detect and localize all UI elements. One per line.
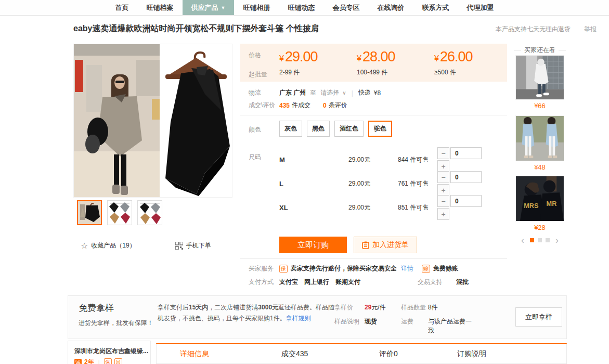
moq-tier-3: ≥500 件 <box>434 68 512 79</box>
deal-count[interactable]: 435 <box>279 102 290 109</box>
plus-button[interactable]: + <box>437 184 449 196</box>
trade-support-value: 混批 <box>456 278 469 287</box>
service-detail-link[interactable]: 详情 <box>401 264 413 273</box>
divider: | <box>352 89 353 97</box>
related-title: 买家还在看 <box>524 46 555 55</box>
size-row-m: M 29.00元 844 件可售 − + <box>279 147 507 172</box>
next-arrow-icon[interactable]: › <box>553 238 561 243</box>
minus-button[interactable]: − <box>437 171 449 183</box>
color-option-black[interactable]: 黑色 <box>307 121 330 137</box>
sample-rule-link[interactable]: 拿样规则 <box>286 315 311 322</box>
divider <box>240 258 507 259</box>
related-price: ¥28 <box>515 224 564 231</box>
chevron-down-icon[interactable]: ∨ <box>342 90 346 96</box>
payment-credit-term: 账期支付 <box>335 278 360 287</box>
sample-qty-label: 样品数量 <box>401 303 428 312</box>
deal-suffix: 件成交 <box>292 101 310 110</box>
size-price: 29.00元 <box>348 203 398 212</box>
size-label: 尺码 <box>249 153 279 162</box>
nav-contact[interactable]: 联系方式 <box>413 0 458 15</box>
quantity-stepper: − + <box>437 171 507 196</box>
thumbnail-strip <box>77 200 162 225</box>
mobile-order-button[interactable]: 手机下单 <box>175 241 211 250</box>
related-product-3[interactable]: MRS MR ¥28 <box>515 176 564 231</box>
tab-detail-info[interactable]: 详细信息 <box>180 349 209 359</box>
sample-info-right: 样品数量 8件 运费 与该产品运费一致 <box>401 303 476 340</box>
logistics-origin: 广东 广州 <box>279 88 306 97</box>
prev-arrow-icon[interactable]: ‹ <box>519 238 526 243</box>
seller-name-link[interactable]: 深圳市龙岗区布吉鑫银缘... <box>74 347 148 356</box>
integrity-badge-icon: 诚 <box>74 359 82 364</box>
thumbnail-3[interactable] <box>137 200 162 225</box>
page-dot-3[interactable] <box>546 238 550 242</box>
size-row-xl: XL 29.00元 851 件可售 − + <box>279 195 507 220</box>
minus-button[interactable]: − <box>437 195 449 207</box>
report-link[interactable]: 举报 <box>584 25 597 34</box>
svg-text:MR: MR <box>547 200 557 207</box>
clipboard-icon <box>362 241 369 249</box>
poncho-photo <box>74 44 232 197</box>
main-product-image[interactable] <box>73 44 232 198</box>
color-swatches: 灰色 黑色 酒红色 驼色 <box>279 121 392 137</box>
destination-select[interactable]: 请选择 <box>320 88 339 97</box>
plus-button[interactable]: + <box>437 160 449 172</box>
size-row-l: L 29.00元 761 件可售 − + <box>279 171 507 196</box>
nav-shop-album[interactable]: 旺铺相册 <box>234 0 279 15</box>
related-product-2[interactable]: ¥48 <box>515 115 564 171</box>
divider <box>559 50 566 50</box>
sample-title: 免费拿样 <box>79 302 114 314</box>
sample-ship-label: 运费 <box>401 317 428 335</box>
quantity-input[interactable] <box>450 171 482 183</box>
get-sample-button[interactable]: 立即拿样 <box>515 307 562 327</box>
top-nav: 首页 旺铺档案 供应产品 ▼ 旺铺相册 旺铺动态 会员专区 在线询价 联系方式 … <box>0 0 609 16</box>
nav-online-inquiry[interactable]: 在线询价 <box>368 0 413 15</box>
nav-member-zone[interactable]: 会员专区 <box>323 0 368 15</box>
plus-button[interactable]: + <box>437 208 449 220</box>
sample-subtitle: 进货先拿样，批发有保障！ <box>79 319 153 328</box>
minus-button[interactable]: − <box>437 147 449 159</box>
size-stock: 844 件可售 <box>398 155 437 164</box>
nav-products[interactable]: 供应产品 ▼ <box>183 0 235 15</box>
logistics-label: 物流 <box>249 88 279 97</box>
favorite-button[interactable]: ☆ 收藏产品（19） <box>81 241 136 251</box>
favorite-label: 收藏产品（19） <box>91 241 135 250</box>
page-dot-1[interactable] <box>530 238 534 242</box>
thumbnail-2[interactable] <box>107 200 132 225</box>
trade-support-label: 交易支持 <box>418 278 443 287</box>
quantity-input[interactable] <box>450 195 482 207</box>
color-option-gray[interactable]: 灰色 <box>279 121 302 137</box>
order-now-button[interactable]: 立即订购 <box>279 237 347 253</box>
color-option-winered[interactable]: 酒红色 <box>334 121 364 137</box>
related-product-image: MRS MR <box>515 176 564 222</box>
nav-home[interactable]: 首页 <box>107 0 138 15</box>
product-gallery: ☆ 收藏产品（19） 手机下单 <box>73 44 232 198</box>
page-dot-2[interactable] <box>538 238 542 242</box>
buyer-service-label: 买家服务 <box>249 264 279 273</box>
star-icon: ☆ <box>81 241 88 251</box>
nav-shop-news[interactable]: 旺铺动态 <box>279 0 323 15</box>
nav-agency[interactable]: 代理加盟 <box>458 0 502 15</box>
color-label: 颜色 <box>249 121 279 134</box>
payment-label: 支付方式 <box>249 278 279 287</box>
sample-qty-value: 8件 <box>428 303 438 312</box>
guarantee-shield-icon: 保 <box>279 265 288 273</box>
tab-order-notes[interactable]: 订购说明 <box>457 349 486 359</box>
review-count[interactable]: 0 <box>323 102 327 109</box>
nav-shop-archive[interactable]: 旺铺档案 <box>138 0 183 15</box>
sample-desc-value: 现货 <box>365 317 377 326</box>
price-tier-2: ¥28.00 <box>357 49 434 65</box>
related-product-1[interactable]: ¥66 <box>515 55 564 110</box>
tab-deals[interactable]: 成交435 <box>281 349 308 359</box>
size-name: L <box>279 180 348 188</box>
price-tier-1: ¥29.00 <box>279 49 357 65</box>
quantity-stepper: − + <box>437 147 507 172</box>
thumbnail-1[interactable] <box>77 200 102 225</box>
moq-tier-2: 100-499 件 <box>357 68 434 79</box>
deals-label: 成交\评价 <box>249 101 279 110</box>
mobile-order-label: 手机下单 <box>186 241 211 250</box>
quantity-input[interactable] <box>450 147 482 159</box>
size-name: M <box>279 156 348 164</box>
add-to-cart-button[interactable]: 加入进货单 <box>354 237 417 253</box>
color-option-camel[interactable]: 驼色 <box>368 121 392 137</box>
tab-reviews[interactable]: 评价0 <box>379 349 398 359</box>
